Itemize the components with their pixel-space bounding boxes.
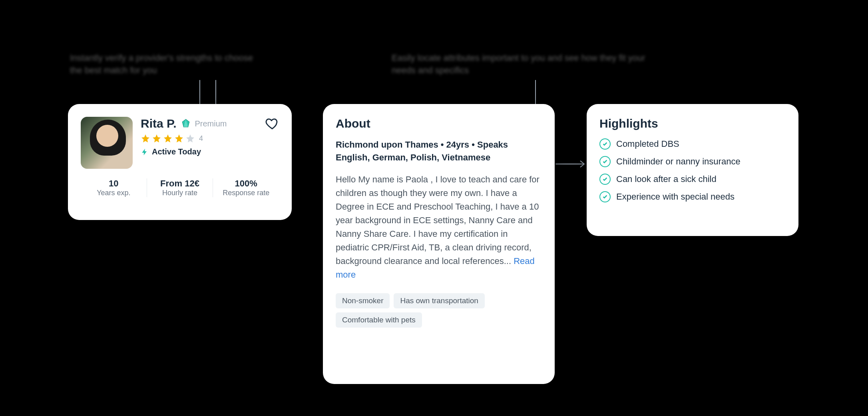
highlight-item: Experience with special needs xyxy=(599,191,786,202)
highlights-list: Completed DBS Childminder or nanny insur… xyxy=(599,138,786,202)
stat-label: Response rate xyxy=(217,189,275,197)
tag-item: Comfortable with pets xyxy=(336,312,422,328)
premium-gem-icon xyxy=(181,118,191,129)
highlights-title: Highlights xyxy=(599,117,786,130)
highlights-card: Highlights Completed DBS Childminder or … xyxy=(587,104,798,236)
tag-item: Non-smoker xyxy=(336,293,390,308)
favorite-heart-icon[interactable] xyxy=(265,117,279,130)
about-title: About xyxy=(336,117,542,130)
star-icon xyxy=(185,134,195,143)
star-icon xyxy=(152,134,161,143)
check-icon xyxy=(599,174,611,185)
check-icon xyxy=(599,191,611,202)
star-icon xyxy=(174,134,184,143)
highlight-item: Completed DBS xyxy=(599,138,786,150)
connector-arrow-right xyxy=(555,156,587,172)
check-icon xyxy=(599,138,611,150)
stat-value: 100% xyxy=(217,178,275,189)
about-body: Hello My name is Paola , I love to teach… xyxy=(336,173,542,282)
stat-label: Years exp. xyxy=(85,189,143,197)
highlight-item: Can look after a sick child xyxy=(599,174,786,185)
about-body-text: Hello My name is Paola , I love to teach… xyxy=(336,174,540,266)
about-meta: Richmond upon Thames • 24yrs • Speaks En… xyxy=(336,138,542,164)
about-card: About Richmond upon Thames • 24yrs • Spe… xyxy=(323,104,555,384)
avatar xyxy=(81,117,133,169)
highlight-item: Childminder or nanny insurance xyxy=(599,156,786,167)
stat-response: 100% Response rate xyxy=(213,178,279,197)
stat-label: Hourly rate xyxy=(151,189,209,197)
premium-label: Premium xyxy=(195,119,227,128)
highlight-text: Can look after a sick child xyxy=(616,174,717,184)
stat-rate: From 12€ Hourly rate xyxy=(147,178,213,197)
tag-item: Has own transportation xyxy=(394,293,484,308)
profile-card: Rita P. Premium 4 Active xyxy=(68,104,292,220)
rating-count: 4 xyxy=(199,134,203,143)
highlight-text: Completed DBS xyxy=(616,139,679,149)
bolt-icon xyxy=(141,148,149,156)
star-icon xyxy=(141,134,150,143)
highlight-text: Experience with special needs xyxy=(616,192,735,202)
highlight-text: Childminder or nanny insurance xyxy=(616,156,741,167)
check-icon xyxy=(599,156,611,167)
active-status: Active Today xyxy=(152,147,201,156)
stats-row: 10 Years exp. From 12€ Hourly rate 100% … xyxy=(81,178,279,197)
star-icon xyxy=(163,134,173,143)
rating-stars: 4 xyxy=(141,134,279,143)
stat-experience: 10 Years exp. xyxy=(81,178,147,197)
stat-value: From 12€ xyxy=(151,178,209,189)
annotation-left: Instantly verify a provider's strengths … xyxy=(70,52,262,77)
annotation-right: Easily locate attributes important to yo… xyxy=(392,52,647,77)
provider-name: Rita P. xyxy=(141,117,177,130)
stat-value: 10 xyxy=(85,178,143,189)
tag-list: Non-smoker Has own transportation Comfor… xyxy=(336,293,542,328)
